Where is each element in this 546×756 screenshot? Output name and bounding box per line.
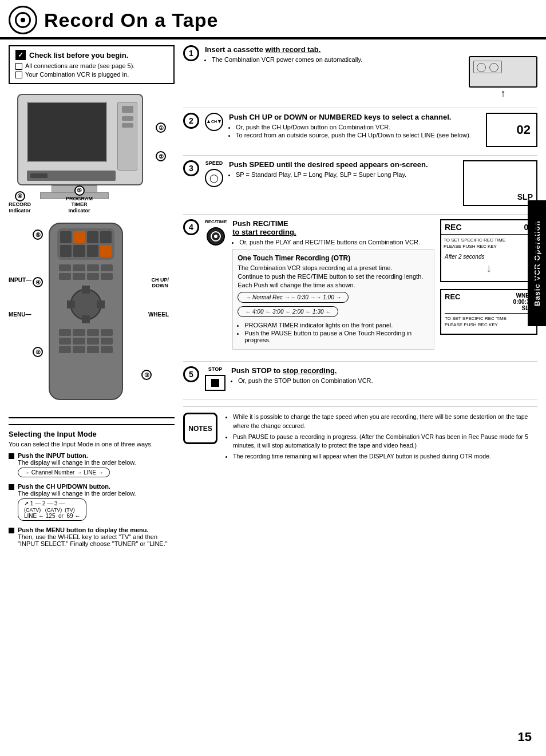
left-column: ✓ Check list before you begin. All conne… <box>9 45 175 551</box>
step-1-display-area: The Combination VCR power comes on autom… <box>205 56 537 100</box>
step-3-row: 3 SPEED ◯ Push SPEED until the desired s… <box>183 160 537 206</box>
remote-dpad <box>66 284 106 324</box>
stop-label: STOP <box>208 366 222 372</box>
rm7 <box>87 273 99 280</box>
notes-list: While it is possible to change the tape … <box>224 413 537 463</box>
otr-desc3: Each Push will change the time as shown. <box>238 282 429 288</box>
step-4-title-p1: Push REC/TIME <box>232 219 288 228</box>
otr-desc1: The Combination VCR stops recording at a… <box>238 264 429 271</box>
speed-icon: ◯ <box>205 169 223 187</box>
otr-desc2: Continue to push the REC/TIME button to … <box>238 273 429 280</box>
checkbox-2[interactable] <box>15 72 22 78</box>
rb6 <box>73 245 85 257</box>
step-2-icon-col: ▲ CH ▼ <box>205 113 223 131</box>
checklist-item-1: All connections are made (see page 5). <box>15 62 168 70</box>
step-2-row: 2 ▲ CH ▼ Push CH UP or DOWN or NUMBERED … <box>183 113 537 147</box>
vcr-slot <box>27 171 116 181</box>
notes-item-3: The recording time remaining will appear… <box>233 452 537 461</box>
bullet-3-text: Then, use the WHEEL key to select "TV" a… <box>18 533 168 547</box>
dpad-down <box>82 315 90 323</box>
input-mode-section: Selecting the Input Mode You can select … <box>9 424 175 547</box>
step-divider-2 <box>183 155 537 156</box>
bullet-square-3 <box>9 528 14 533</box>
step-4-icon-col: REC/TIME <box>205 219 227 246</box>
input-bullet-1: Push the INPUT button. The display will … <box>9 452 175 479</box>
step-2-circle: 2 <box>183 113 199 129</box>
divider-1 <box>9 417 175 418</box>
rl3 <box>87 329 99 336</box>
tv-control-btn-2 <box>122 116 133 121</box>
rm8 <box>101 273 113 280</box>
tv-diagram: ① ② ④ RECORDIndicator ⑤ PROGRAMTIMERIndi… <box>9 91 169 217</box>
rb7 <box>87 245 98 257</box>
page-header: Record On a Tape <box>0 0 546 39</box>
ch-label: CH <box>211 120 217 124</box>
notes-item-2: Push PAUSE to pause a recording in progr… <box>233 433 537 451</box>
rl6 <box>73 338 85 345</box>
wheel-label: WHEEL <box>148 311 169 318</box>
rec-display-1: REC 02 TO SET SPECIFIC REC TIMEPLEASE PU… <box>440 219 537 282</box>
rec-display-2-content: REC WNET 0:00:30 SLP TO SET SPECIFIC REC… <box>441 290 536 330</box>
rb3 <box>87 231 98 243</box>
program-timer-text: PROGRAMTIMERIndicator <box>66 196 93 214</box>
speed-display-value: SLP <box>517 192 533 201</box>
rl5 <box>59 338 71 345</box>
rl7 <box>87 338 99 345</box>
dpad-right <box>97 300 105 308</box>
stop-square <box>211 379 219 387</box>
step-1-title: Insert a cassette with record tab. <box>205 45 537 54</box>
rm5 <box>59 273 71 280</box>
otr-title: One Touch Timer Recording (OTR) <box>238 254 429 262</box>
remote-label-4: ④ <box>33 277 43 287</box>
step-2-bullets: Or, push the CH Up/Down button on Combin… <box>229 124 480 138</box>
rectime-label: REC/TIME <box>205 219 227 224</box>
program-timer-label: ⑤ PROGRAMTIMERIndicator <box>66 185 93 214</box>
input-label: INPUT— <box>9 277 31 283</box>
remote-label-3: ③ <box>141 370 152 380</box>
step-5-content: Push STOP to stop recording. Or, push th… <box>231 366 537 385</box>
rb1 <box>60 231 72 243</box>
step-1-circle: 1 <box>183 45 199 61</box>
rectime-icon <box>207 227 225 246</box>
step-1-title-underline: with record tab. <box>266 45 321 54</box>
step-2-title: Push CH UP or DOWN or NUMBERED keys to s… <box>229 113 480 121</box>
page-number: 15 <box>518 730 532 745</box>
rb8 <box>100 245 112 257</box>
bullet-2-text: The display will change in the order bel… <box>18 490 136 497</box>
bullet-1-text: The display will change in the order bel… <box>18 459 136 466</box>
remote-diagram: ⑤ ④ ② ③ INPUT— MENU— CH UP/DOWN WHEEL <box>9 223 169 411</box>
otr-bullet-2: Push the PAUSE button to pause a One Tou… <box>244 330 429 343</box>
dpad-up <box>82 286 90 294</box>
speed-label: SPEED <box>205 160 223 166</box>
step-4-content: Push REC/TIME to start recording. Or, pu… <box>232 219 434 353</box>
record-icon-dot <box>21 18 25 22</box>
input-flow-diagram: → Channel Number → LINE → <box>18 468 110 477</box>
otr-bullet-1: PROGRAM TIMER indicator lights on the fr… <box>244 322 429 328</box>
step-5-bullet-1: Or, push the STOP button on Combination … <box>238 377 537 384</box>
tv-body <box>17 94 143 185</box>
tv-screen <box>27 102 107 162</box>
record-icon <box>9 6 37 34</box>
rl10 <box>73 346 85 353</box>
step-divider-5 <box>183 399 537 399</box>
rb5 <box>60 245 72 257</box>
notes-section: NOTES While it is possible to change the… <box>183 406 537 463</box>
remote-mid-buttons <box>57 263 114 282</box>
step-1-title-text: Insert a cassette <box>205 45 266 54</box>
checklist-box: ✓ Check list before you begin. All conne… <box>9 45 175 84</box>
checklist-text-1: All connections are made (see page 5). <box>25 62 134 69</box>
record-indicator-label: ④ RECORDIndicator <box>9 191 31 214</box>
bullet-square-2 <box>9 484 14 490</box>
rm1 <box>59 264 71 271</box>
remote-lower-buttons <box>57 327 114 355</box>
step-2-display: 02 <box>486 113 537 147</box>
checkbox-1[interactable] <box>15 63 22 70</box>
circle-5-tv: ⑤ <box>74 185 85 196</box>
step-3-bullets: SP = Standard Play, LP = Long Play, SLP … <box>229 171 457 178</box>
remote-label-2: ② <box>33 347 43 357</box>
rec-channel-1: 02 <box>524 223 533 232</box>
bullet-text-3: Push the MENU button to display the menu… <box>18 527 175 547</box>
rec-display-top: REC 02 <box>441 220 536 234</box>
tv-control-btn-1 <box>122 106 133 113</box>
step-4-title-p2: to start recording. <box>232 228 296 236</box>
